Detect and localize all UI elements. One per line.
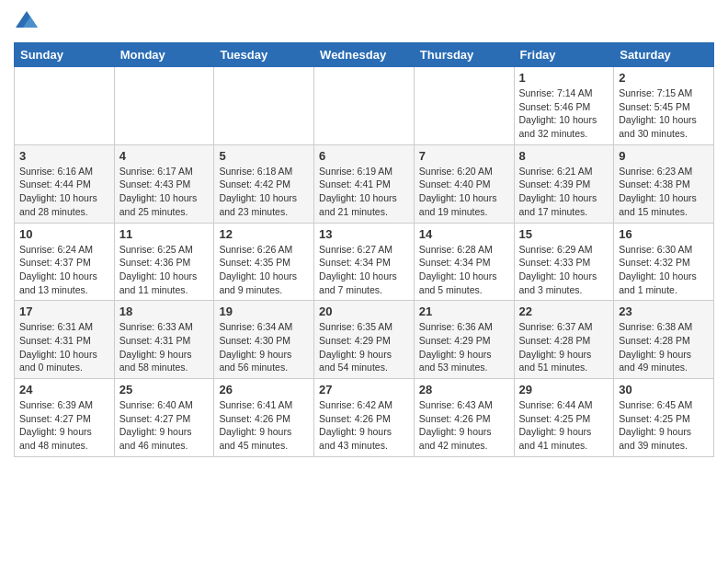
day-number: 25 <box>119 383 210 396</box>
calendar-day-cell: 27Sunrise: 6:42 AM Sunset: 4:26 PM Dayli… <box>314 379 415 457</box>
weekday-header-tuesday: Tuesday <box>214 43 314 67</box>
day-number: 10 <box>19 227 109 241</box>
day-info: Sunrise: 6:24 AM Sunset: 4:37 PM Dayligh… <box>19 243 109 297</box>
day-info: Sunrise: 6:43 AM Sunset: 4:26 PM Dayligh… <box>419 398 509 453</box>
page: SundayMondayTuesdayWednesdayThursdayFrid… <box>0 0 728 466</box>
calendar-day-cell <box>414 67 514 145</box>
day-info: Sunrise: 6:35 AM Sunset: 4:29 PM Dayligh… <box>319 320 409 374</box>
day-number: 15 <box>519 227 609 241</box>
calendar-day-cell: 2Sunrise: 7:15 AM Sunset: 5:45 PM Daylig… <box>614 67 714 145</box>
calendar-day-cell: 13Sunrise: 6:27 AM Sunset: 4:34 PM Dayli… <box>314 223 415 301</box>
calendar-table: SundayMondayTuesdayWednesdayThursdayFrid… <box>14 42 714 457</box>
logo-icon <box>14 9 40 35</box>
day-number: 24 <box>19 383 109 396</box>
day-info: Sunrise: 6:30 AM Sunset: 4:32 PM Dayligh… <box>619 243 709 297</box>
day-info: Sunrise: 6:37 AM Sunset: 4:28 PM Dayligh… <box>519 320 609 374</box>
calendar-day-cell: 26Sunrise: 6:41 AM Sunset: 4:26 PM Dayli… <box>214 379 314 457</box>
calendar-day-cell: 11Sunrise: 6:25 AM Sunset: 4:36 PM Dayli… <box>114 223 214 301</box>
day-number: 6 <box>319 149 409 163</box>
calendar-day-cell: 5Sunrise: 6:18 AM Sunset: 4:42 PM Daylig… <box>214 144 314 223</box>
day-info: Sunrise: 6:27 AM Sunset: 4:34 PM Dayligh… <box>319 243 409 297</box>
calendar-week-row: 1Sunrise: 7:14 AM Sunset: 5:46 PM Daylig… <box>15 67 714 145</box>
calendar-day-cell: 20Sunrise: 6:35 AM Sunset: 4:29 PM Dayli… <box>314 301 415 379</box>
weekday-header-saturday: Saturday <box>614 43 714 67</box>
calendar-day-cell: 3Sunrise: 6:16 AM Sunset: 4:44 PM Daylig… <box>15 144 115 223</box>
weekday-header-sunday: Sunday <box>15 43 115 67</box>
day-info: Sunrise: 6:21 AM Sunset: 4:39 PM Dayligh… <box>519 165 609 219</box>
day-number: 5 <box>219 149 309 163</box>
day-number: 20 <box>319 304 409 318</box>
day-info: Sunrise: 6:20 AM Sunset: 4:40 PM Dayligh… <box>419 165 509 219</box>
day-number: 19 <box>219 304 309 318</box>
day-info: Sunrise: 6:19 AM Sunset: 4:41 PM Dayligh… <box>319 165 409 219</box>
calendar-day-cell: 22Sunrise: 6:37 AM Sunset: 4:28 PM Dayli… <box>514 301 614 379</box>
day-number: 9 <box>619 149 709 163</box>
calendar-day-cell: 16Sunrise: 6:30 AM Sunset: 4:32 PM Dayli… <box>614 223 714 301</box>
day-info: Sunrise: 7:15 AM Sunset: 5:45 PM Dayligh… <box>619 86 709 141</box>
day-info: Sunrise: 6:39 AM Sunset: 4:27 PM Dayligh… <box>19 398 109 453</box>
day-number: 2 <box>619 71 709 85</box>
calendar-day-cell: 12Sunrise: 6:26 AM Sunset: 4:35 PM Dayli… <box>214 223 314 301</box>
day-number: 3 <box>19 149 109 163</box>
weekday-header-friday: Friday <box>514 43 614 67</box>
calendar-day-cell: 29Sunrise: 6:44 AM Sunset: 4:25 PM Dayli… <box>514 379 614 457</box>
day-info: Sunrise: 6:16 AM Sunset: 4:44 PM Dayligh… <box>19 165 109 219</box>
day-number: 11 <box>119 227 210 241</box>
calendar-day-cell: 30Sunrise: 6:45 AM Sunset: 4:25 PM Dayli… <box>614 379 714 457</box>
calendar-day-cell: 25Sunrise: 6:40 AM Sunset: 4:27 PM Dayli… <box>114 379 214 457</box>
calendar-day-cell <box>114 67 214 145</box>
day-info: Sunrise: 6:42 AM Sunset: 4:26 PM Dayligh… <box>319 398 409 453</box>
day-info: Sunrise: 6:26 AM Sunset: 4:35 PM Dayligh… <box>219 243 309 297</box>
day-info: Sunrise: 6:40 AM Sunset: 4:27 PM Dayligh… <box>119 398 210 453</box>
calendar-day-cell: 10Sunrise: 6:24 AM Sunset: 4:37 PM Dayli… <box>15 223 115 301</box>
calendar-day-cell: 28Sunrise: 6:43 AM Sunset: 4:26 PM Dayli… <box>414 379 514 457</box>
day-info: Sunrise: 6:45 AM Sunset: 4:25 PM Dayligh… <box>619 398 709 453</box>
calendar-day-cell: 4Sunrise: 6:17 AM Sunset: 4:43 PM Daylig… <box>114 144 214 223</box>
day-number: 29 <box>519 383 609 396</box>
calendar-day-cell: 23Sunrise: 6:38 AM Sunset: 4:28 PM Dayli… <box>614 301 714 379</box>
day-info: Sunrise: 6:29 AM Sunset: 4:33 PM Dayligh… <box>519 243 609 297</box>
calendar-day-cell: 17Sunrise: 6:31 AM Sunset: 4:31 PM Dayli… <box>15 301 115 379</box>
calendar-day-cell: 14Sunrise: 6:28 AM Sunset: 4:34 PM Dayli… <box>414 223 514 301</box>
day-number: 30 <box>619 383 709 396</box>
calendar-day-cell: 15Sunrise: 6:29 AM Sunset: 4:33 PM Dayli… <box>514 223 614 301</box>
calendar-day-cell <box>314 67 415 145</box>
calendar-week-row: 24Sunrise: 6:39 AM Sunset: 4:27 PM Dayli… <box>15 379 714 457</box>
calendar-day-cell: 7Sunrise: 6:20 AM Sunset: 4:40 PM Daylig… <box>414 144 514 223</box>
weekday-header-thursday: Thursday <box>414 43 514 67</box>
calendar-week-row: 3Sunrise: 6:16 AM Sunset: 4:44 PM Daylig… <box>15 144 714 223</box>
day-number: 21 <box>419 304 509 318</box>
calendar-day-cell: 9Sunrise: 6:23 AM Sunset: 4:38 PM Daylig… <box>614 144 714 223</box>
day-number: 1 <box>519 71 609 85</box>
calendar-day-cell <box>15 67 115 145</box>
day-number: 16 <box>619 227 709 241</box>
weekday-header-monday: Monday <box>114 43 214 67</box>
day-info: Sunrise: 6:41 AM Sunset: 4:26 PM Dayligh… <box>219 398 309 453</box>
day-number: 14 <box>419 227 509 241</box>
calendar-day-cell: 24Sunrise: 6:39 AM Sunset: 4:27 PM Dayli… <box>15 379 115 457</box>
day-number: 26 <box>219 383 309 396</box>
weekday-header-wednesday: Wednesday <box>314 43 415 67</box>
day-info: Sunrise: 6:25 AM Sunset: 4:36 PM Dayligh… <box>119 243 210 297</box>
day-number: 13 <box>319 227 409 241</box>
day-info: Sunrise: 6:44 AM Sunset: 4:25 PM Dayligh… <box>519 398 609 453</box>
calendar-day-cell <box>214 67 314 145</box>
day-info: Sunrise: 6:23 AM Sunset: 4:38 PM Dayligh… <box>619 165 709 219</box>
day-number: 8 <box>519 149 609 163</box>
day-number: 7 <box>419 149 509 163</box>
weekday-header-row: SundayMondayTuesdayWednesdayThursdayFrid… <box>15 43 714 67</box>
day-number: 23 <box>619 304 709 318</box>
calendar-week-row: 10Sunrise: 6:24 AM Sunset: 4:37 PM Dayli… <box>15 223 714 301</box>
day-info: Sunrise: 6:36 AM Sunset: 4:29 PM Dayligh… <box>419 320 509 374</box>
day-info: Sunrise: 6:34 AM Sunset: 4:30 PM Dayligh… <box>219 320 309 374</box>
day-info: Sunrise: 6:17 AM Sunset: 4:43 PM Dayligh… <box>119 165 210 219</box>
calendar-day-cell: 19Sunrise: 6:34 AM Sunset: 4:30 PM Dayli… <box>214 301 314 379</box>
calendar-week-row: 17Sunrise: 6:31 AM Sunset: 4:31 PM Dayli… <box>15 301 714 379</box>
calendar-day-cell: 8Sunrise: 6:21 AM Sunset: 4:39 PM Daylig… <box>514 144 614 223</box>
calendar-day-cell: 18Sunrise: 6:33 AM Sunset: 4:31 PM Dayli… <box>114 301 214 379</box>
calendar-day-cell: 1Sunrise: 7:14 AM Sunset: 5:46 PM Daylig… <box>514 67 614 145</box>
day-info: Sunrise: 7:14 AM Sunset: 5:46 PM Dayligh… <box>519 86 609 141</box>
header <box>14 9 714 35</box>
day-number: 18 <box>119 304 210 318</box>
day-number: 22 <box>519 304 609 318</box>
